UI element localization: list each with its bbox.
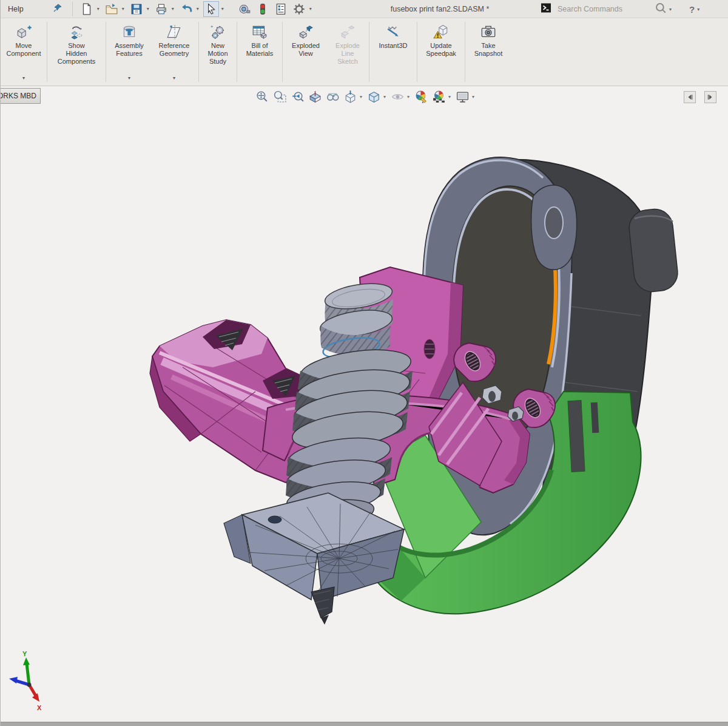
- menu-bar: Help ▾ ▾ ▾ ▾ ▾ ▾: [1, 0, 728, 18]
- section-view-icon[interactable]: [307, 89, 323, 104]
- ribbon-instant3d[interactable]: Instant3D: [371, 18, 416, 86]
- view-orientation-dropdown[interactable]: ▾: [360, 94, 362, 100]
- instant3d-icon: [385, 24, 402, 42]
- file-properties-button[interactable]: [273, 1, 289, 17]
- undo-dropdown[interactable]: ▾: [195, 6, 201, 12]
- save-button[interactable]: [129, 1, 144, 17]
- search-input[interactable]: Search Commands: [558, 5, 655, 13]
- command-manager-ribbon: MoveComponent ▾ ShowHiddenComponents Ass…: [1, 18, 728, 86]
- dropdown-caret[interactable]: ▾: [22, 75, 25, 81]
- ribbon-show-hidden-components[interactable]: ShowHiddenComponents: [49, 18, 104, 86]
- dropdown-caret[interactable]: ▾: [173, 75, 175, 81]
- dropdown-caret[interactable]: ▾: [128, 75, 130, 81]
- assembly-features-icon: [121, 24, 138, 42]
- options-dropdown[interactable]: ▾: [308, 6, 314, 12]
- ribbon-assembly-features[interactable]: AssemblyFeatures ▾: [107, 18, 151, 86]
- display-style-dropdown[interactable]: ▾: [383, 94, 386, 100]
- ribbon-bill-of-materials[interactable]: Bill ofMaterials: [238, 18, 281, 86]
- explode-line-sketch-icon: [339, 24, 356, 42]
- measure-button[interactable]: [237, 1, 252, 17]
- expand-right-button[interactable]: [704, 91, 716, 103]
- status-lights-button[interactable]: [255, 1, 271, 17]
- document-title: fusebox print fan2.SLDASM *: [391, 0, 490, 18]
- exploded-view-icon: [297, 24, 314, 42]
- heater-block[interactable]: [224, 493, 404, 625]
- hide-show-items-dropdown[interactable]: ▾: [407, 94, 410, 100]
- apply-scene-icon[interactable]: [431, 89, 447, 104]
- zoom-to-fit-icon[interactable]: [254, 89, 270, 104]
- ribbon-update-speedpak[interactable]: UpdateSpeedpak: [419, 18, 463, 86]
- options-gear-button[interactable]: [291, 1, 307, 17]
- new-dropdown[interactable]: ▾: [95, 6, 101, 12]
- hide-show-items-icon[interactable]: [389, 89, 405, 104]
- edit-appearance-icon[interactable]: [413, 89, 429, 104]
- help-dropdown[interactable]: ▾: [695, 7, 701, 12]
- bill-of-materials-icon: [251, 24, 268, 42]
- search-dropdown[interactable]: ▾: [667, 7, 673, 12]
- display-style-icon[interactable]: [366, 89, 382, 104]
- ear-hole: [545, 207, 563, 239]
- show-hidden-components-icon: [68, 24, 85, 42]
- solidworks-mbd-tab[interactable]: ORKS MBD: [0, 88, 41, 104]
- select-dropdown[interactable]: ▾: [220, 6, 226, 12]
- heads-up-view-toolbar: ▾ ▾ ▾ ▾ ▾: [254, 89, 478, 104]
- solidworks-search-icon: [541, 2, 551, 16]
- triad-y-label: Y: [22, 650, 27, 657]
- orientation-triad: Y X: [9, 650, 42, 711]
- ribbon-move-component[interactable]: MoveComponent ▾: [2, 18, 46, 86]
- nozzle: [311, 587, 334, 618]
- window-bottom-edge: [1, 722, 728, 726]
- 3d-model-viewport[interactable]: Y X: [1, 106, 728, 722]
- ribbon-exploded-view[interactable]: ExplodedView: [284, 18, 328, 86]
- dynamic-annotation-views-icon[interactable]: [325, 89, 340, 104]
- previous-view-icon[interactable]: [289, 89, 305, 104]
- collapse-left-button[interactable]: [684, 91, 696, 103]
- new-motion-study-icon: *: [209, 24, 226, 42]
- print-dropdown[interactable]: ▾: [170, 6, 176, 12]
- view-settings-dropdown[interactable]: ▾: [472, 94, 474, 100]
- search-commands-box[interactable]: Search Commands ▾ ? ▾: [541, 2, 701, 16]
- select-tool-button[interactable]: [203, 1, 219, 17]
- search-magnifier-icon[interactable]: [655, 2, 667, 16]
- apply-scene-dropdown[interactable]: ▾: [448, 94, 451, 100]
- view-orientation-icon[interactable]: [342, 89, 358, 104]
- undo-button[interactable]: [178, 1, 194, 17]
- svg-text:*: *: [211, 24, 213, 30]
- view-settings-icon[interactable]: [454, 89, 470, 104]
- new-document-button[interactable]: [79, 1, 95, 17]
- triad-x-label: X: [37, 704, 42, 711]
- ribbon-take-snapshot[interactable]: TakeSnapshot: [467, 18, 510, 86]
- pin-icon[interactable]: [53, 3, 62, 15]
- help-button[interactable]: ?: [689, 4, 695, 15]
- print-button[interactable]: [153, 1, 169, 17]
- divider: [72, 2, 73, 16]
- menu-help[interactable]: Help: [1, 5, 32, 13]
- open-button[interactable]: [104, 1, 120, 17]
- zoom-to-area-icon[interactable]: [272, 89, 288, 104]
- save-dropdown[interactable]: ▾: [145, 6, 151, 12]
- open-dropdown[interactable]: ▾: [120, 6, 126, 12]
- ribbon-reference-geometry[interactable]: ReferenceGeometry ▾: [151, 18, 197, 86]
- move-component-icon: [15, 24, 32, 42]
- ribbon-new-motion-study[interactable]: * NewMotionStudy: [200, 18, 235, 86]
- solidworks-window: Help ▾ ▾ ▾ ▾ ▾ ▾: [0, 0, 728, 726]
- ribbon-explode-line-sketch: ExplodeLineSketch: [328, 18, 368, 86]
- reference-geometry-icon: [166, 24, 183, 42]
- take-snapshot-icon: [480, 24, 497, 42]
- update-speedpak-icon: [433, 24, 450, 42]
